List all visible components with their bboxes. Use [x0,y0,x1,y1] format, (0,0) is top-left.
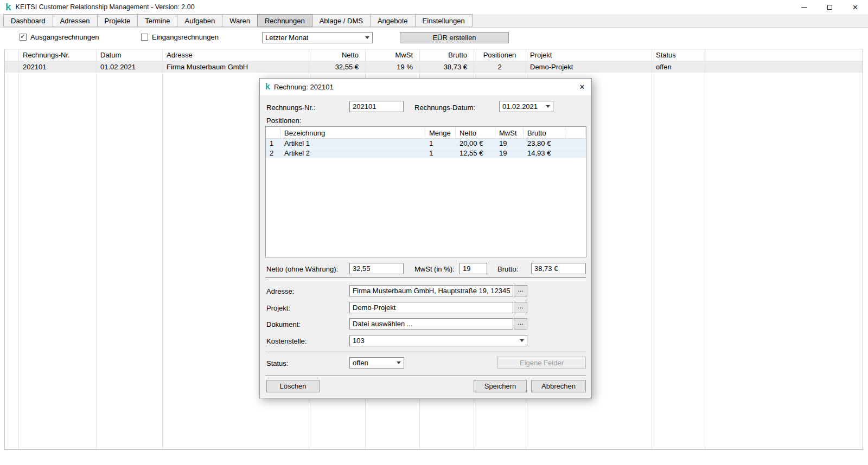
dokument-input[interactable] [349,318,513,330]
pos-nr-cell: 2 [266,149,280,157]
tab-dashboard[interactable]: Dashboard [3,14,53,27]
maximize-button[interactable] [817,0,843,14]
period-select-value: Letzter Monat [265,34,309,42]
pos-menge-cell: 1 [425,139,456,147]
checkbox-ausgangsrechnungen[interactable]: Ausgangsrechnungen [20,33,99,41]
tab-adressen[interactable]: Adressen [53,14,98,27]
pos-column-netto[interactable]: Netto [456,127,495,139]
adresse-label: Adresse: [266,287,294,295]
kostenstelle-value: 103 [353,337,365,345]
eur-erstellen-button[interactable]: EÜR erstellen [400,32,509,43]
pos-bezeichnung-cell: Artikel 2 [280,149,425,157]
pos-netto-cell: 12,55 € [456,149,495,157]
position-row[interactable]: 1 Artikel 1 1 20,00 € 19 23,80 € [266,139,586,148]
window-title: KEITSI Customer Relationship Management … [16,3,195,11]
invoice-row[interactable]: 202101 01.02.2021 Firma Musterbaum GmbH … [5,61,863,73]
checkbox-unchecked-icon [141,34,148,41]
checkbox-ausgangsrechnungen-label: Ausgangsrechnungen [30,33,99,41]
checkbox-eingangsrechnungen-label: Eingangsrechnungen [152,33,219,41]
status-select[interactable]: offen [349,357,404,369]
pos-brutto-cell: 14,93 € [524,149,565,157]
close-icon: ✕ [852,3,858,11]
projekt-label: Projekt: [266,304,290,312]
column-header-adresse[interactable]: Adresse [162,51,309,59]
positions-header: Bezeichnung Menge Netto MwSt Brutto [266,127,586,139]
chevron-down-icon [397,361,401,364]
tab-aufgaben[interactable]: Aufgaben [177,14,222,27]
invoice-projekt-cell: Demo-Projekt [526,63,652,71]
eigene-felder-button: Eigene Felder [497,357,586,369]
rechnungs-nr-label: Rechnungs-Nr.: [266,104,315,112]
pos-column-gutter [266,127,280,139]
kostenstelle-label: Kostenstelle: [266,337,307,345]
dialog-close-button[interactable]: ✕ [573,79,591,95]
tab-termine[interactable]: Termine [137,14,177,27]
tab-angebote[interactable]: Angebote [370,14,416,27]
pos-column-filler [565,127,586,139]
app-logo-icon: k [5,2,11,12]
pos-column-menge[interactable]: Menge [425,127,456,139]
rechnungs-datum-select[interactable]: 01.02.2021 [499,101,553,112]
chevron-down-icon [520,339,524,342]
mwst-label: MwSt (in %): [414,265,455,273]
column-header-datum[interactable]: Datum [96,51,162,59]
pos-column-mwst[interactable]: MwSt [495,127,524,139]
tab-ablage-dms[interactable]: Ablage / DMS [312,14,371,27]
rechnungs-nr-input[interactable] [349,101,404,112]
brutto-label: Brutto: [497,265,518,273]
abbrechen-button[interactable]: Abbrechen [531,380,586,392]
positions-table: Bezeichnung Menge Netto MwSt Brutto 1 Ar… [265,126,586,257]
brutto-input[interactable] [531,263,586,274]
dokument-browse-button[interactable]: ... [514,318,527,330]
column-header-mwst[interactable]: MwSt [365,51,419,59]
tab-projekte[interactable]: Projekte [97,14,138,27]
minimize-button[interactable] [792,0,817,14]
close-button[interactable]: ✕ [843,0,868,14]
window-controls: ✕ [792,0,868,14]
tab-einstellungen[interactable]: Einstellungen [415,14,473,27]
period-select[interactable]: Letzter Monat [262,32,373,43]
status-label: Status: [266,359,288,367]
invoice-nr-cell: 202101 [18,63,96,71]
mwst-input[interactable] [459,263,487,274]
chevron-down-icon [365,36,369,39]
pos-brutto-cell: 23,80 € [524,139,565,147]
netto-input[interactable] [349,263,404,274]
loeschen-button[interactable]: Löschen [266,380,320,392]
netto-label: Netto (ohne Währung): [266,265,338,273]
invoice-adresse-cell: Firma Musterbaum GmbH [162,63,309,71]
projekt-browse-button[interactable]: ... [514,302,527,313]
adresse-input[interactable] [349,285,513,296]
dialog-title-bar: k Rechnung: 202101 ✕ [260,79,591,95]
column-header-rechnungs-nr[interactable]: Rechnungs-Nr. [18,51,96,59]
separator [265,352,586,353]
column-header-netto[interactable]: Netto [309,51,365,59]
pos-mwst-cell: 19 [495,139,524,147]
tab-rechnungen[interactable]: Rechnungen [257,14,312,27]
checkbox-eingangsrechnungen[interactable]: Eingangsrechnungen [141,33,219,41]
adresse-browse-button[interactable]: ... [514,285,527,296]
pos-column-bezeichnung[interactable]: Bezeichnung [280,127,425,139]
invoice-datum-cell: 01.02.2021 [96,63,162,71]
speichern-button[interactable]: Speichern [474,380,527,392]
main-tab-bar: Dashboard Adressen Projekte Termine Aufg… [0,14,868,28]
column-header-status[interactable]: Status [652,51,705,59]
invoice-brutto-cell: 38,73 € [419,63,474,71]
tab-waren[interactable]: Waren [222,14,258,27]
kostenstelle-select[interactable]: 103 [349,335,527,346]
dialog-close-icon: ✕ [579,83,585,91]
positionen-label: Positionen: [266,117,301,125]
invoices-toolbar: Ausgangsrechnungen Eingangsrechnungen Le… [0,28,868,47]
minimize-icon [801,7,807,8]
projekt-input[interactable] [349,302,513,313]
invoice-status-cell: offen [652,63,705,71]
separator [265,277,586,279]
invoice-dialog: k Rechnung: 202101 ✕ Rechnungs-Nr.: Rech… [259,78,592,398]
column-header-positionen[interactable]: Positionen [474,51,526,59]
column-header-projekt[interactable]: Projekt [526,51,652,59]
app-window: k KEITSI Customer Relationship Managemen… [0,0,868,465]
pos-column-brutto[interactable]: Brutto [524,127,565,139]
column-header-brutto[interactable]: Brutto [419,51,474,59]
pos-menge-cell: 1 [425,149,456,157]
position-row[interactable]: 2 Artikel 2 1 12,55 € 19 14,93 € [266,148,586,158]
